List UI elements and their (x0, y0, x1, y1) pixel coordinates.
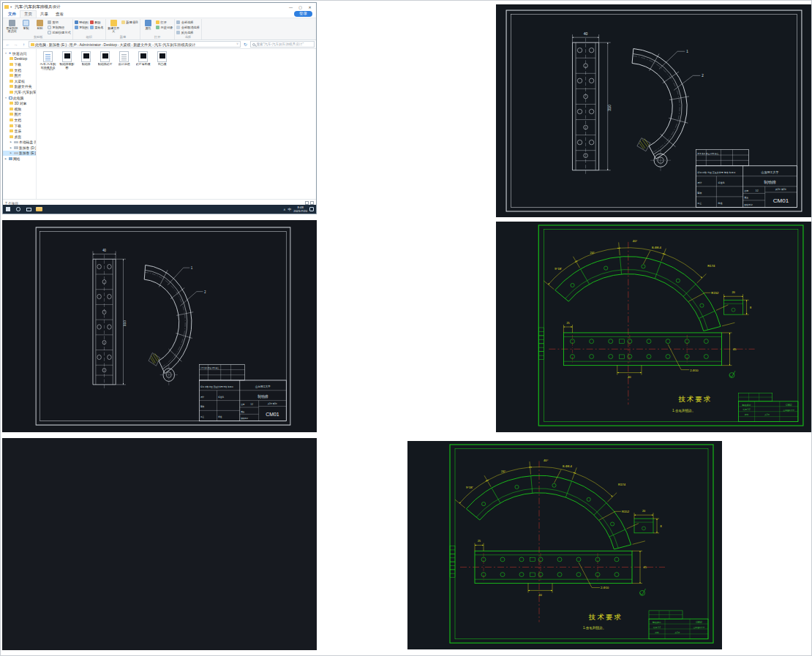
window-title: 汽车-汽车刹车蹄模具设计 (15, 4, 60, 10)
taskbar-clock[interactable]: 8:48 2021/7/20 (293, 206, 307, 213)
quick-access-toolbar-chevron-icon[interactable]: ▾ (10, 5, 12, 9)
breadcrumb-segment[interactable]: Administrator (79, 42, 100, 47)
sidebar-item-drive-c[interactable]: ▶本地磁盘 (C:) (3, 140, 36, 146)
open-button[interactable]: 打开 (156, 20, 173, 25)
sidebar-item-videos[interactable]: 视频 (3, 106, 36, 112)
search-icon[interactable] (13, 205, 23, 214)
rename-button[interactable]: 重命名 (90, 26, 104, 30)
file-item[interactable]: 凹凸模 (154, 51, 170, 67)
close-button[interactable]: ✕ (305, 3, 315, 11)
breadcrumb-segment[interactable]: 大梁模 (120, 42, 131, 47)
properties-button[interactable]: 属性 (142, 19, 154, 30)
chevron-down-icon[interactable]: ˅ (236, 42, 238, 46)
sidebar-item-desktop[interactable]: Desktop (3, 56, 36, 62)
pin-to-quick-access-button[interactable]: 固定到快速访问 (6, 19, 18, 33)
file-item[interactable]: 制动蹄衬片 (97, 51, 113, 67)
sidebar-item-music[interactable]: 音乐 (3, 128, 36, 134)
sidebar-item-this-pc[interactable]: ▼此电脑 (3, 95, 36, 101)
folder-icon (10, 108, 13, 110)
titlebar[interactable]: ▾ 汽车-汽车刹车蹄模具设计 — ▢ ✕ (3, 3, 316, 11)
breadcrumb-separator: › (47, 42, 48, 47)
sidebar-item-3d-objects[interactable]: 3D 对象 (3, 100, 36, 106)
sidebar-item-documents[interactable]: 文档 (3, 67, 36, 73)
file-item[interactable]: 制动蹄装配图 (59, 51, 75, 69)
copy-to-button[interactable]: 复制到 (75, 26, 89, 30)
search-input[interactable] (257, 42, 313, 46)
delete-icon (90, 20, 94, 24)
tab-share[interactable]: 共享 (37, 11, 52, 18)
group-label-new: 新建 (108, 35, 138, 39)
chevron-down-icon[interactable]: ▼ (4, 97, 7, 99)
file-item[interactable]: 设计说明 (116, 51, 132, 67)
chevron-down-icon[interactable]: ▼ (4, 52, 7, 55)
notification-center-icon[interactable] (309, 207, 314, 211)
copy-path-button[interactable]: 复制路径 (48, 26, 71, 30)
sidebar-item-pictures[interactable]: 图片 (3, 72, 36, 78)
sidebar-item-drive-d[interactable]: ▶新加卷 (D:) (3, 145, 36, 151)
folder-icon (10, 129, 13, 132)
breadcrumb-segment[interactable]: 用户 (69, 42, 77, 47)
file-explorer-icon[interactable] (34, 205, 44, 214)
tab-file[interactable]: 文件 (4, 11, 20, 18)
new-item-button[interactable]: 新建项目 (121, 20, 138, 25)
file-item[interactable]: 制动蹄 (78, 51, 94, 67)
tray-chevron-icon[interactable]: ∧ (283, 208, 285, 211)
history-button[interactable]: 历史记录 (156, 26, 173, 30)
sidebar-item-pictures[interactable]: 图片 (3, 112, 36, 118)
sidebar-item-downloads[interactable]: 下载 (3, 61, 36, 67)
search-icon (252, 43, 255, 46)
select-none-button[interactable]: 全部取消选择 (176, 26, 200, 30)
system-tray: ∧ 中 8:48 2021/7/20 (283, 206, 316, 213)
ribbon-group-open: 属性 打开 历史记录 打开 (140, 19, 175, 39)
file-item[interactable]: 衬片落料模 (135, 51, 151, 67)
move-to-button[interactable]: 移动到 (75, 20, 89, 25)
folder-icon (10, 113, 13, 116)
sidebar-item-folder[interactable]: 汽车-汽车刹车蹄模具设计 (3, 89, 36, 95)
paste-button[interactable]: 粘贴 (34, 19, 46, 30)
sidebar-item-drive-e[interactable]: ▶新加卷 (E:) (3, 151, 36, 157)
breadcrumb-segment[interactable]: Desktop (104, 42, 117, 47)
sidebar-item-folder[interactable]: 新建文件夹 (3, 84, 36, 90)
pin-icon (9, 20, 15, 26)
sidebar-item-quick-access[interactable]: ▼★快速访问 (3, 50, 36, 56)
breadcrumb[interactable]: 此电脑 › 新加卷 (E:) › 用户 › Administrator › De… (29, 41, 241, 48)
file-item[interactable]: 汽车-汽车刹车蹄模具设计说明书 (40, 51, 56, 70)
dwg-file-icon (100, 51, 110, 62)
minimize-button[interactable]: — (286, 3, 296, 11)
start-button[interactable] (3, 205, 13, 214)
brake-lining-drawing (407, 441, 722, 649)
sidebar-item-documents[interactable]: 文档 (3, 117, 36, 123)
breadcrumb-segment[interactable]: 新建文件夹 (133, 42, 151, 47)
tab-home[interactable]: 主页 (20, 10, 37, 18)
up-button[interactable]: ↑ (20, 41, 27, 48)
forward-button[interactable]: → (12, 41, 19, 48)
back-button[interactable]: ← (4, 41, 11, 48)
refresh-button[interactable]: ↻ (242, 41, 249, 48)
search-box[interactable] (250, 41, 315, 48)
breadcrumb-segment[interactable]: 此电脑 (35, 42, 46, 47)
sidebar-item-folder[interactable]: 大梁模 (3, 78, 36, 84)
select-all-button[interactable]: 全部选择 (176, 20, 200, 25)
paste-shortcut-button[interactable]: 粘贴快捷方式 (48, 31, 71, 35)
task-view-icon[interactable] (23, 205, 34, 214)
sidebar-item-network[interactable]: ▶网络 (3, 156, 36, 162)
new-folder-button[interactable]: 新建文件夹 (108, 19, 120, 33)
sidebar-item-downloads[interactable]: 下载 (3, 123, 36, 129)
copy-button[interactable]: 复制 (20, 19, 32, 30)
delete-button[interactable]: 删除 (90, 20, 104, 25)
tab-view[interactable]: 查看 (52, 11, 67, 18)
ime-indicator[interactable]: 中 (288, 207, 292, 211)
maximize-button[interactable]: ▢ (296, 3, 305, 11)
breadcrumb-segment[interactable]: 汽车-汽车刹车蹄模具设计 (154, 42, 196, 47)
breadcrumb-segment[interactable]: 新加卷 (E:) (49, 42, 67, 47)
sidebar-item-desktop[interactable]: 桌面 (3, 134, 36, 140)
star-icon: ★ (9, 51, 12, 55)
cad-screenshot-brake-shoe-top (496, 4, 812, 217)
chevron-right-icon[interactable]: ▶ (4, 157, 7, 160)
cut-button[interactable]: 剪切 (48, 20, 71, 25)
chevron-right-icon[interactable]: ▶ (10, 146, 12, 149)
chevron-right-icon[interactable]: ▶ (10, 140, 12, 143)
login-button[interactable]: 登录 (294, 11, 312, 18)
invert-selection-button[interactable]: 反向选择 (176, 31, 200, 35)
chevron-right-icon[interactable]: ▶ (10, 151, 12, 154)
